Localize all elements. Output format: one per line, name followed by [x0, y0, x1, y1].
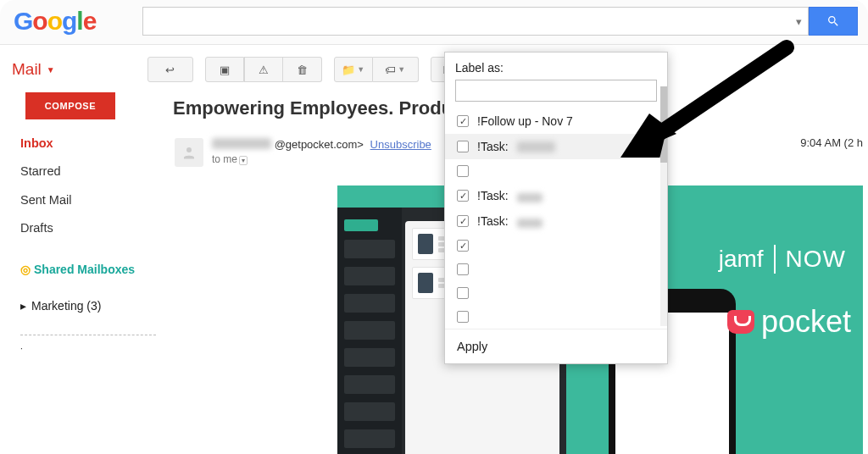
label-apply-button[interactable]: Apply [445, 329, 667, 363]
label-row[interactable] [445, 305, 667, 329]
delete-button[interactable]: 🗑 [283, 57, 322, 82]
label-text: !Follow up - Nov 7 [477, 114, 573, 128]
promo-pocket-text: pocket [727, 304, 851, 340]
back-arrow-icon: ↩ [165, 64, 175, 76]
label-text: !Task: [477, 189, 509, 202]
search-icon [826, 14, 840, 28]
search-input[interactable] [143, 14, 789, 28]
svg-point-0 [186, 147, 192, 152]
checkbox[interactable] [457, 263, 469, 275]
label-text-redacted: xxxx [517, 193, 542, 202]
label-dropdown[interactable]: Label as: !Follow up - Nov 7!Task:xxxx!T… [444, 52, 668, 364]
search-button[interactable] [809, 7, 858, 36]
nav-marketing[interactable]: ▸ Marketing (3) [20, 292, 163, 319]
trash-icon: 🗑 [297, 64, 308, 76]
sender-avatar [175, 138, 203, 167]
label-dropdown-header: Label as: [445, 53, 667, 80]
search-box[interactable]: ▾ [142, 7, 809, 36]
search-options-dropdown[interactable]: ▾ [789, 15, 808, 28]
nav-inbox[interactable]: Inbox [20, 130, 163, 158]
label-text: !Task: [477, 214, 509, 228]
label-text: !Task: [477, 140, 509, 153]
search-bar: ▾ [142, 7, 858, 36]
label-list: !Follow up - Nov 7!Task:xxxx!Task:xxxx!T… [445, 108, 667, 329]
checkbox[interactable] [457, 115, 469, 127]
recipient-details-toggle[interactable]: ▾ [239, 156, 248, 165]
checkbox[interactable] [457, 215, 469, 227]
action-group: ▣ ⚠ 🗑 [205, 57, 322, 82]
shared-icon: ◎ [20, 256, 31, 283]
toolbar-row: Mail ▼ ↩ ▣ ⚠ 🗑 📁▼ 🏷▼ More▼ ⏰ ▼ [0, 45, 868, 89]
nav-shared-mailboxes[interactable]: ◎ Shared Mailboxes [20, 256, 163, 283]
folder-icon: 📁 [342, 64, 355, 76]
nav-sent[interactable]: Sent Mail [20, 186, 163, 214]
unsubscribe-link[interactable]: Unsubscribe [370, 138, 431, 151]
label-row[interactable] [445, 159, 667, 183]
label-row[interactable] [445, 257, 667, 281]
google-logo[interactable]: Google [14, 7, 96, 36]
checkbox[interactable] [457, 240, 469, 252]
pocket-icon [727, 310, 754, 334]
moveto-button[interactable]: 📁▼ [334, 57, 373, 82]
labels-button[interactable]: 🏷▼ [373, 57, 419, 82]
compose-button[interactable]: COMPOSE [25, 92, 115, 119]
mail-switcher[interactable]: Mail [12, 60, 42, 79]
checkbox[interactable] [457, 165, 469, 177]
spam-button[interactable]: ⚠ [244, 57, 283, 82]
recipient-line: to me▾ [212, 153, 431, 165]
sender-name-redacted: xxxxxx [212, 138, 271, 149]
label-row[interactable] [445, 234, 667, 257]
checkbox[interactable] [457, 190, 469, 202]
label-text-redacted: xxxx [517, 141, 555, 152]
person-icon [181, 145, 197, 160]
label-row[interactable] [445, 281, 667, 305]
header-bar: Google ▾ [0, 0, 868, 45]
move-group: 📁▼ 🏷▼ [334, 57, 419, 82]
checkbox[interactable] [457, 287, 469, 299]
caret-down-icon: ▼ [47, 65, 55, 75]
sender-domain: @getpocket.com> [275, 138, 364, 151]
label-text-redacted: xxxx [517, 219, 542, 228]
label-row[interactable]: !Task:xxxx [445, 183, 667, 208]
spam-icon: ⚠ [259, 64, 269, 76]
caret-right-icon: ▸ [20, 292, 26, 319]
left-nav: COMPOSE Inbox Starred Sent Mail Drafts ◎… [0, 89, 163, 454]
nav-divider [20, 335, 156, 335]
archive-button[interactable]: ▣ [205, 57, 244, 82]
back-button[interactable]: ↩ [147, 57, 193, 82]
label-filter-input[interactable] [455, 80, 657, 102]
nav-starred[interactable]: Starred [20, 158, 163, 185]
promo-jamf-text: jamfNOW [719, 245, 846, 274]
checkbox[interactable] [457, 311, 469, 323]
label-row[interactable]: !Task:xxxx [445, 134, 667, 159]
label-row[interactable]: !Task:xxxx [445, 208, 667, 234]
nav-misc: · [20, 339, 163, 358]
scrollbar-thumb[interactable] [660, 86, 667, 163]
sender-line: xxxxxx @getpocket.com> Unsubscribe [212, 138, 431, 151]
nav-drafts[interactable]: Drafts [20, 214, 163, 242]
timestamp: 9:04 AM (2 h [800, 136, 863, 149]
checkbox[interactable] [457, 141, 469, 152]
label-row[interactable]: !Follow up - Nov 7 [445, 108, 667, 134]
label-icon: 🏷 [385, 64, 396, 76]
archive-icon: ▣ [220, 64, 230, 76]
